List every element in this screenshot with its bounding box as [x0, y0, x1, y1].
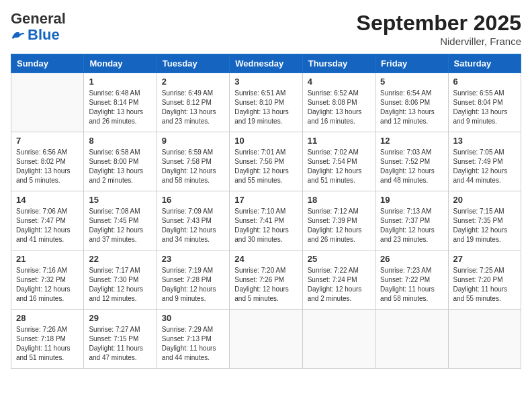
day-info: Sunrise: 6:49 AM Sunset: 8:12 PM Dayligh… [162, 89, 224, 126]
weekday-header-tuesday: Tuesday [157, 54, 229, 73]
calendar-cell: 4Sunrise: 6:52 AM Sunset: 8:08 PM Daylig… [302, 73, 375, 132]
day-number: 1 [89, 77, 151, 87]
day-number: 22 [89, 254, 151, 264]
day-number: 21 [16, 254, 79, 264]
day-number: 27 [453, 254, 516, 264]
day-number: 18 [308, 195, 370, 205]
day-info: Sunrise: 7:17 AM Sunset: 7:30 PM Dayligh… [89, 266, 151, 304]
day-info: Sunrise: 7:27 AM Sunset: 7:15 PM Dayligh… [89, 325, 151, 363]
day-info: Sunrise: 7:26 AM Sunset: 7:18 PM Dayligh… [16, 325, 79, 363]
calendar-cell: 30Sunrise: 7:29 AM Sunset: 7:13 PM Dayli… [157, 310, 229, 369]
calendar-cell: 22Sunrise: 7:17 AM Sunset: 7:30 PM Dayli… [84, 250, 157, 310]
day-info: Sunrise: 6:52 AM Sunset: 8:08 PM Dayligh… [308, 89, 370, 126]
month-title: September 2025 [357, 11, 521, 36]
calendar-week-row: 1Sunrise: 6:48 AM Sunset: 8:14 PM Daylig… [11, 73, 521, 132]
day-number: 20 [453, 195, 516, 205]
day-number: 11 [308, 136, 370, 146]
calendar-cell [11, 73, 84, 132]
calendar-cell: 11Sunrise: 7:02 AM Sunset: 7:54 PM Dayli… [302, 132, 375, 191]
day-info: Sunrise: 6:48 AM Sunset: 8:14 PM Dayligh… [89, 89, 151, 126]
calendar-cell: 23Sunrise: 7:19 AM Sunset: 7:28 PM Dayli… [157, 250, 229, 310]
calendar-cell: 9Sunrise: 6:59 AM Sunset: 7:58 PM Daylig… [157, 132, 229, 191]
calendar-cell: 21Sunrise: 7:16 AM Sunset: 7:32 PM Dayli… [11, 250, 84, 310]
day-info: Sunrise: 7:20 AM Sunset: 7:26 PM Dayligh… [234, 266, 297, 304]
day-number: 5 [380, 77, 443, 87]
calendar-cell: 24Sunrise: 7:20 AM Sunset: 7:26 PM Dayli… [230, 250, 302, 310]
day-info: Sunrise: 7:25 AM Sunset: 7:20 PM Dayligh… [453, 266, 516, 304]
calendar-cell: 3Sunrise: 6:51 AM Sunset: 8:10 PM Daylig… [230, 73, 302, 132]
calendar-week-row: 14Sunrise: 7:06 AM Sunset: 7:47 PM Dayli… [11, 191, 521, 250]
day-number: 16 [162, 195, 224, 205]
weekday-header-thursday: Thursday [302, 54, 375, 73]
calendar-week-row: 21Sunrise: 7:16 AM Sunset: 7:32 PM Dayli… [11, 250, 521, 310]
calendar-cell: 28Sunrise: 7:26 AM Sunset: 7:18 PM Dayli… [11, 310, 84, 369]
day-info: Sunrise: 7:03 AM Sunset: 7:52 PM Dayligh… [380, 148, 443, 185]
calendar-cell: 5Sunrise: 6:54 AM Sunset: 8:06 PM Daylig… [375, 73, 448, 132]
calendar-cell: 25Sunrise: 7:22 AM Sunset: 7:24 PM Dayli… [302, 250, 375, 310]
calendar-week-row: 28Sunrise: 7:26 AM Sunset: 7:18 PM Dayli… [11, 310, 521, 369]
calendar-cell: 27Sunrise: 7:25 AM Sunset: 7:20 PM Dayli… [448, 250, 521, 310]
day-info: Sunrise: 7:12 AM Sunset: 7:39 PM Dayligh… [308, 207, 370, 244]
day-info: Sunrise: 6:55 AM Sunset: 8:04 PM Dayligh… [453, 89, 516, 126]
calendar-cell: 10Sunrise: 7:01 AM Sunset: 7:56 PM Dayli… [230, 132, 302, 191]
day-number: 4 [308, 77, 370, 87]
day-info: Sunrise: 7:10 AM Sunset: 7:41 PM Dayligh… [234, 207, 297, 244]
weekday-header-sunday: Sunday [11, 54, 84, 73]
day-number: 25 [308, 254, 370, 264]
calendar-week-row: 7Sunrise: 6:56 AM Sunset: 8:02 PM Daylig… [11, 132, 521, 191]
weekday-header-saturday: Saturday [448, 54, 521, 73]
calendar-table: SundayMondayTuesdayWednesdayThursdayFrid… [11, 54, 521, 369]
calendar-cell: 6Sunrise: 6:55 AM Sunset: 8:04 PM Daylig… [448, 73, 521, 132]
day-info: Sunrise: 7:16 AM Sunset: 7:32 PM Dayligh… [16, 266, 79, 304]
calendar-cell: 8Sunrise: 6:58 AM Sunset: 8:00 PM Daylig… [84, 132, 157, 191]
day-number: 17 [234, 195, 297, 205]
day-number: 15 [89, 195, 151, 205]
day-info: Sunrise: 7:05 AM Sunset: 7:49 PM Dayligh… [453, 148, 516, 185]
calendar-cell: 29Sunrise: 7:27 AM Sunset: 7:15 PM Dayli… [84, 310, 157, 369]
day-number: 19 [380, 195, 443, 205]
calendar-cell [302, 310, 375, 369]
title-block: September 2025 Niderviller, France [357, 11, 521, 47]
day-number: 28 [16, 313, 79, 323]
day-number: 13 [453, 136, 516, 146]
day-info: Sunrise: 7:02 AM Sunset: 7:54 PM Dayligh… [308, 148, 370, 185]
day-info: Sunrise: 6:56 AM Sunset: 8:02 PM Dayligh… [16, 148, 79, 185]
weekday-header-friday: Friday [375, 54, 448, 73]
calendar-cell: 14Sunrise: 7:06 AM Sunset: 7:47 PM Dayli… [11, 191, 84, 250]
day-number: 29 [89, 313, 151, 323]
logo-blue-text: Blue [11, 27, 66, 43]
day-number: 26 [380, 254, 443, 264]
calendar-cell: 13Sunrise: 7:05 AM Sunset: 7:49 PM Dayli… [448, 132, 521, 191]
calendar-cell: 15Sunrise: 7:08 AM Sunset: 7:45 PM Dayli… [84, 191, 157, 250]
logo: General Blue [11, 11, 66, 43]
day-number: 30 [162, 313, 224, 323]
calendar-cell [448, 310, 521, 369]
day-info: Sunrise: 6:51 AM Sunset: 8:10 PM Dayligh… [234, 89, 297, 126]
day-number: 23 [162, 254, 224, 264]
day-info: Sunrise: 6:58 AM Sunset: 8:00 PM Dayligh… [89, 148, 151, 185]
calendar-cell: 18Sunrise: 7:12 AM Sunset: 7:39 PM Dayli… [302, 191, 375, 250]
calendar-cell: 19Sunrise: 7:13 AM Sunset: 7:37 PM Dayli… [375, 191, 448, 250]
calendar-cell: 1Sunrise: 6:48 AM Sunset: 8:14 PM Daylig… [84, 73, 157, 132]
logo-bird-icon [11, 30, 26, 40]
calendar-cell: 26Sunrise: 7:23 AM Sunset: 7:22 PM Dayli… [375, 250, 448, 310]
day-info: Sunrise: 7:09 AM Sunset: 7:43 PM Dayligh… [162, 207, 224, 244]
logo-general-text: General [11, 11, 66, 27]
day-info: Sunrise: 7:29 AM Sunset: 7:13 PM Dayligh… [162, 325, 224, 363]
day-number: 8 [89, 136, 151, 146]
day-number: 14 [16, 195, 79, 205]
day-number: 12 [380, 136, 443, 146]
calendar-cell: 17Sunrise: 7:10 AM Sunset: 7:41 PM Dayli… [230, 191, 302, 250]
weekday-header-wednesday: Wednesday [230, 54, 302, 73]
location-text: Niderviller, France [357, 36, 521, 47]
calendar-cell: 16Sunrise: 7:09 AM Sunset: 7:43 PM Dayli… [157, 191, 229, 250]
day-info: Sunrise: 7:13 AM Sunset: 7:37 PM Dayligh… [380, 207, 443, 244]
calendar-cell: 2Sunrise: 6:49 AM Sunset: 8:12 PM Daylig… [157, 73, 229, 132]
day-info: Sunrise: 7:15 AM Sunset: 7:35 PM Dayligh… [453, 207, 516, 244]
calendar-cell: 20Sunrise: 7:15 AM Sunset: 7:35 PM Dayli… [448, 191, 521, 250]
day-number: 7 [16, 136, 79, 146]
calendar-cell: 7Sunrise: 6:56 AM Sunset: 8:02 PM Daylig… [11, 132, 84, 191]
day-info: Sunrise: 7:01 AM Sunset: 7:56 PM Dayligh… [234, 148, 297, 185]
weekday-header-row: SundayMondayTuesdayWednesdayThursdayFrid… [11, 54, 521, 73]
day-number: 6 [453, 77, 516, 87]
